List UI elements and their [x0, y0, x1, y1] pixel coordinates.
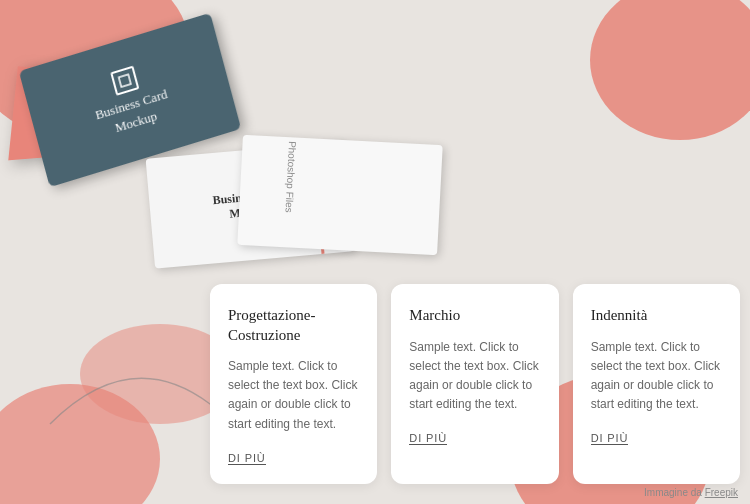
card-white-2-text: Photoshop Files: [283, 141, 298, 213]
info-card-3-link[interactable]: DI PIÙ: [591, 432, 629, 445]
info-card-3-body: Sample text. Click to select the text bo…: [591, 338, 722, 415]
info-card-1-body: Sample text. Click to select the text bo…: [228, 357, 359, 434]
info-card-3-title: Indennità: [591, 306, 722, 326]
business-card-white-2: Photoshop Files: [237, 135, 442, 255]
info-card-1-link[interactable]: DI PIÙ: [228, 452, 266, 465]
info-card-2-body: Sample text. Click to select the text bo…: [409, 338, 540, 415]
info-card-1: Progettazione-Costruzione Sample text. C…: [210, 284, 377, 484]
attribution-link[interactable]: Freepik: [705, 487, 738, 498]
info-card-2-title: Marchio: [409, 306, 540, 326]
decorative-shape-top-right: [590, 0, 750, 140]
svg-rect-0: [119, 74, 131, 87]
card-dark-icon: [110, 65, 139, 95]
info-card-2: Marchio Sample text. Click to select the…: [391, 284, 558, 484]
attribution: Immagine da Freepik: [644, 487, 738, 498]
info-card-1-title: Progettazione-Costruzione: [228, 306, 359, 345]
info-card-2-link[interactable]: DI PIÙ: [409, 432, 447, 445]
info-cards-section: Progettazione-Costruzione Sample text. C…: [210, 284, 740, 484]
mockup-area: Business Card Mockup Business Card Mocku…: [10, 10, 390, 280]
info-card-3: Indennità Sample text. Click to select t…: [573, 284, 740, 484]
card-dark-content: Business Card Mockup: [86, 58, 174, 142]
